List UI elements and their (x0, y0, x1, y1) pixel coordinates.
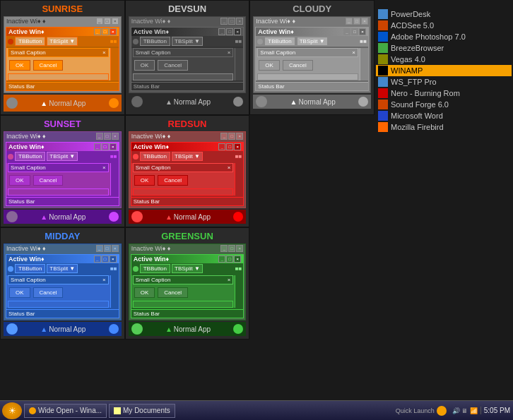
caption-close-m[interactable]: × (102, 277, 106, 283)
close-btn[interactable]: × (112, 18, 119, 25)
tb-button-c[interactable]: TBButton (264, 37, 295, 46)
close-btn-r2[interactable]: × (234, 143, 241, 150)
quick-launch-soundforge[interactable]: Sound Forge 6.0 (376, 99, 512, 110)
quick-launch-vegas[interactable]: Vegas 4.0 (376, 54, 512, 65)
cancel-button-g[interactable]: Cancel (158, 287, 188, 298)
ok-button-m[interactable]: OK (9, 287, 30, 298)
cancel-button-r[interactable]: Cancel (158, 175, 188, 186)
min-btn-s[interactable]: _ (96, 133, 103, 140)
scrollbar-v[interactable] (110, 48, 119, 80)
max-btn-g[interactable]: □ (228, 245, 235, 252)
scrollbar-v-c[interactable] (360, 48, 368, 80)
min-btn-g[interactable]: _ (220, 245, 228, 252)
close-btn-m2[interactable]: × (110, 256, 117, 263)
scrollbar-h-c[interactable] (257, 73, 358, 80)
quick-launch-powerdesk[interactable]: PowerDesk (376, 8, 512, 20)
scrollbar-h-r[interactable] (133, 188, 234, 196)
quick-launch-wsftp[interactable]: WS_FTP Pro (376, 76, 512, 88)
caption-close-s[interactable]: × (102, 164, 106, 171)
quick-launch-acdsee[interactable]: ACDSee 5.0 (376, 20, 512, 31)
max-btn2[interactable]: □ (102, 28, 109, 35)
max-btn-s[interactable]: □ (104, 133, 111, 140)
min-btn-d2[interactable]: _ (218, 28, 225, 35)
min-btn-c2[interactable]: _ (343, 28, 350, 35)
max-btn-r[interactable]: □ (228, 133, 235, 140)
close-btn-g[interactable]: × (236, 245, 243, 252)
scrollbar-v-s[interactable] (110, 163, 119, 196)
scrollbar-h-m[interactable] (8, 301, 109, 308)
cancel-button-d[interactable]: Cancel (158, 60, 188, 71)
tb-button-s[interactable]: TBButton (15, 152, 45, 161)
min-btn-r2[interactable]: _ (218, 143, 225, 150)
scrollbar-v-r[interactable] (235, 163, 243, 196)
scrollbar-v-d[interactable] (235, 48, 243, 80)
cancel-button[interactable]: Cancel (33, 60, 64, 71)
quick-launch-nero[interactable]: Nero - Burning Rom (376, 88, 512, 99)
max-btn-d[interactable]: □ (228, 18, 235, 25)
quick-launch-breeze[interactable]: BreezeBrowser (376, 42, 512, 54)
max-btn-c[interactable]: □ (353, 18, 360, 25)
scrollbar-h-s[interactable] (8, 188, 109, 196)
max-btn-g2[interactable]: □ (226, 256, 233, 263)
min-btn-s2[interactable]: _ (94, 143, 101, 150)
cancel-button-s[interactable]: Cancel (33, 175, 64, 186)
min-btn-c[interactable]: _ (346, 18, 353, 25)
ok-button-s[interactable]: OK (9, 175, 30, 186)
close-btn-g2[interactable]: × (234, 256, 241, 263)
caption-close[interactable]: × (102, 49, 106, 56)
cancel-button-c[interactable]: Cancel (283, 60, 313, 71)
ok-button[interactable]: OK (9, 60, 30, 71)
scrollbar-h-d[interactable] (133, 73, 234, 80)
scrollbar-h[interactable] (8, 73, 109, 80)
max-btn-r2[interactable]: □ (226, 143, 233, 150)
close-btn-r[interactable]: × (236, 133, 243, 140)
close-btn-c2[interactable]: × (359, 28, 366, 35)
min-btn2[interactable]: _ (94, 28, 101, 35)
close-btn-s[interactable]: × (112, 133, 119, 140)
scrollbar-v-g[interactable] (235, 275, 243, 308)
min-btn[interactable]: _ (96, 18, 103, 25)
max-btn-c2[interactable]: □ (351, 28, 358, 35)
ok-button-g[interactable]: OK (134, 287, 155, 298)
max-btn-d2[interactable]: □ (226, 28, 233, 35)
max-btn-s2[interactable]: □ (102, 143, 109, 150)
quick-launch-firebird[interactable]: Mozilla Firebird (376, 121, 512, 133)
start-button[interactable]: ☀ (2, 402, 22, 419)
caption-close-r[interactable]: × (228, 164, 231, 171)
winamp-icon (378, 66, 388, 76)
tb-button-r[interactable]: TBButton (140, 152, 170, 161)
taskbar-item-winamp[interactable]: Wide Open - Wina... (24, 404, 107, 418)
tb-button-d[interactable]: TBButton (140, 37, 170, 46)
min-btn-m[interactable]: _ (96, 245, 103, 252)
caption-close-d[interactable]: × (228, 49, 231, 56)
tb-button[interactable]: TBButton (15, 37, 45, 46)
max-btn-m2[interactable]: □ (102, 256, 109, 263)
close-btn-m[interactable]: × (112, 245, 119, 252)
ok-button-d[interactable]: OK (134, 60, 155, 71)
caption-close-c[interactable]: × (352, 49, 355, 56)
min-btn-g2[interactable]: _ (218, 256, 225, 263)
min-btn-d[interactable]: _ (220, 18, 228, 25)
tb-button-g[interactable]: TBButton (140, 264, 170, 273)
min-btn-r[interactable]: _ (220, 133, 228, 140)
caption-close-g[interactable]: × (228, 277, 231, 283)
max-btn[interactable]: □ (104, 18, 111, 25)
close-btn-d2[interactable]: × (234, 28, 241, 35)
quick-launch-winamp[interactable]: WINAMP (376, 65, 512, 76)
tb-button-m[interactable]: TBButton (15, 264, 45, 273)
close-btn2[interactable]: × (110, 28, 117, 35)
close-btn-s2[interactable]: × (110, 143, 117, 150)
quick-launch-word[interactable]: Microsoft Word (376, 110, 512, 121)
quick-launch-photoshop[interactable]: Adobe Photoshop 7.0 (376, 31, 512, 42)
ok-button-r[interactable]: OK (134, 175, 155, 186)
ok-button-c[interactable]: OK (259, 60, 280, 71)
scrollbar-h-g[interactable] (133, 301, 234, 308)
close-btn-d[interactable]: × (236, 18, 243, 25)
cancel-button-m[interactable]: Cancel (33, 287, 64, 298)
close-btn-c[interactable]: × (361, 18, 368, 25)
min-btn-m2[interactable]: _ (94, 256, 101, 263)
scrollbar-v-m[interactable] (110, 275, 119, 308)
quick-launch-icon[interactable] (437, 406, 447, 416)
taskbar-item-documents[interactable]: My Documents (109, 404, 175, 418)
max-btn-m[interactable]: □ (104, 245, 111, 252)
